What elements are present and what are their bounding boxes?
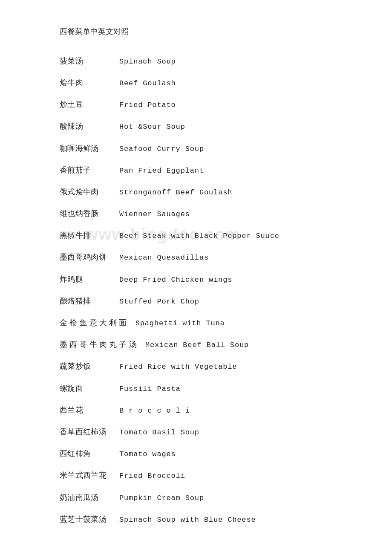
menu-item-english: Fried Potato [119, 99, 176, 111]
menu-item: 西兰花B r o c c o l i [60, 404, 332, 416]
menu-item-english: Wienner Sauages [119, 208, 190, 220]
menu-item: 金 枪 鱼 意 大 利 面Spaghetti with Tuna [60, 317, 332, 329]
menu-item-chinese: 咖喱海鲜汤 [60, 142, 111, 155]
menu-item-chinese: 米兰式西兰花 [60, 469, 111, 482]
menu-item-english: Fussili Pasta [119, 383, 181, 395]
menu-item-chinese: 酸辣汤 [60, 120, 111, 133]
menu-item-english: Deep Fried Chicken wings [119, 274, 232, 286]
menu-item-chinese: 西红柿角 [60, 448, 111, 460]
menu-item-chinese: 金 枪 鱼 意 大 利 面 [60, 317, 127, 329]
menu-item-chinese: 俄式烩牛肉 [60, 186, 111, 198]
menu-item: 墨西哥鸡肉饼Mexican Quesadillas [60, 251, 332, 263]
menu-item: 俄式烩牛肉Stronganoff Beef Goulash [60, 186, 332, 198]
menu-item-english: Beef Steak with Black Pepper Suuce [119, 230, 280, 242]
menu-item-chinese: 墨 西 哥 牛 肉 丸 子 汤 [60, 338, 137, 351]
menu-item: 黑椒牛排Beef Steak with Black Pepper Suuce [60, 229, 332, 242]
menu-item-chinese: 西兰花 [60, 404, 111, 416]
menu-item-chinese: 香煎茄子 [60, 164, 111, 176]
menu-item-chinese: 炒土豆 [60, 98, 111, 111]
menu-item-english: Fried Broccoli [119, 470, 185, 482]
menu-item: 炸鸡腿Deep Fried Chicken wings [60, 273, 332, 286]
menu-item-chinese: 墨西哥鸡肉饼 [60, 251, 111, 263]
menu-item-english: Spinach Soup [119, 56, 176, 67]
menu-item-chinese: 酿焙猪排 [60, 295, 111, 307]
menu-item-chinese: 黑椒牛排 [60, 229, 111, 242]
menu-item: 维也纳香肠Wienner Sauages [60, 208, 332, 220]
menu-item-english: Beef Goulash [119, 78, 176, 89]
menu-item-english: Hot &Sour Soup [119, 121, 185, 133]
menu-item-chinese: 烩牛肉 [60, 77, 111, 89]
menu-item-chinese: 炸鸡腿 [60, 273, 111, 286]
page-title: 西餐菜单中英文对照 [60, 26, 332, 38]
menu-item-chinese: 维也纳香肠 [60, 208, 111, 220]
menu-item: 蔬菜炒饭Fried Rice with Vegetable [60, 360, 332, 373]
menu-item-english: Pumpkin Cream Soup [119, 492, 204, 504]
menu-item-chinese: 香草西红柿汤 [60, 426, 111, 438]
menu-item: 香煎茄子Pan Fried Eggplant [60, 164, 332, 176]
menu-item-chinese: 螺旋面 [60, 382, 111, 395]
menu-item-chinese: 奶油南瓜汤 [60, 491, 111, 504]
menu-item-english: Mexican Quesadillas [119, 252, 209, 263]
menu-item: 螺旋面Fussili Pasta [60, 382, 332, 395]
menu-item-english: Spinach Soup with Blue Cheese [119, 514, 256, 526]
menu-item: 墨 西 哥 牛 肉 丸 子 汤Mexican Beef Ball Soup [60, 338, 332, 351]
menu-item-english: Stuffed Pork Chop [119, 296, 199, 307]
menu-item: 酸辣汤Hot &Sour Soup [60, 120, 332, 133]
menu-item: 西红柿角Tomato wages [60, 448, 332, 460]
menu-item-english: Mexican Beef Ball Soup [145, 339, 249, 351]
menu-item-english: Tomato wages [119, 448, 176, 460]
menu-item: 香草西红柿汤Tomato Basil Soup [60, 426, 332, 438]
menu-item: 菠菜汤Spinach Soup [60, 55, 332, 67]
menu-item-english: Stronganoff Beef Goulash [119, 187, 232, 198]
menu-list: 菠菜汤Spinach Soup烩牛肉Beef Goulash炒土豆Fried P… [60, 55, 332, 526]
menu-item: 蓝芝士菠菜汤Spinach Soup with Blue Cheese [60, 513, 332, 526]
menu-item: 炒土豆Fried Potato [60, 98, 332, 111]
menu-item-english: Pan Fried Eggplant [119, 165, 204, 176]
menu-item-english: Tomato Basil Soup [119, 427, 199, 438]
menu-item-chinese: 菠菜汤 [60, 55, 111, 67]
menu-item-chinese: 蓝芝士菠菜汤 [60, 513, 111, 526]
menu-item-english: Fried Rice with Vegetable [119, 361, 237, 373]
menu-item: 咖喱海鲜汤Seafood Curry Soup [60, 142, 332, 155]
menu-item-english: B r o c c o l i [119, 405, 190, 416]
menu-item: 烩牛肉Beef Goulash [60, 77, 332, 89]
menu-item-english: Spaghetti with Tuna [135, 318, 225, 329]
menu-item: 奶油南瓜汤Pumpkin Cream Soup [60, 491, 332, 504]
menu-item: 米兰式西兰花Fried Broccoli [60, 469, 332, 482]
menu-item-chinese: 蔬菜炒饭 [60, 360, 111, 373]
menu-item: 酿焙猪排Stuffed Pork Chop [60, 295, 332, 307]
menu-item-english: Seafood Curry Soup [119, 143, 204, 155]
